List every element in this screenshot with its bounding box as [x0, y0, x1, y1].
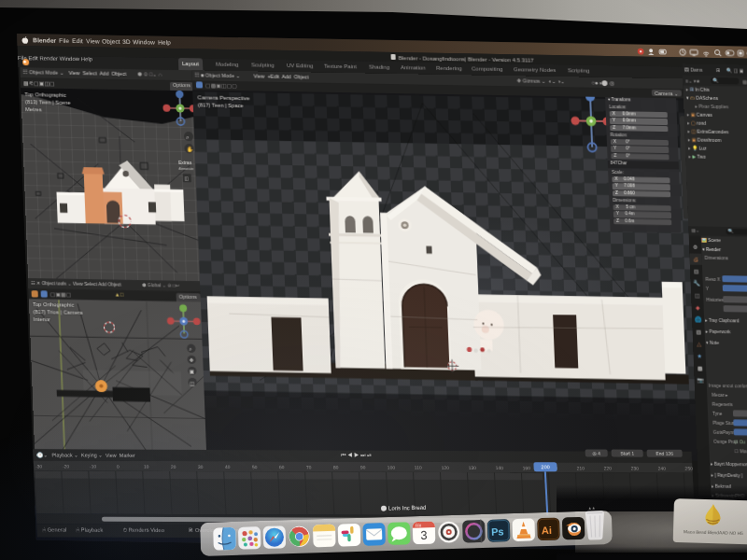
svg-text:Ai: Ai: [542, 525, 552, 536]
svg-text:FRI: FRI: [416, 523, 422, 527]
svg-text:▲▲: ▲▲: [588, 505, 596, 510]
svg-text:⌕: ⌕: [186, 133, 190, 140]
svg-text:✋: ✋: [186, 146, 193, 153]
svg-text:3: 3: [420, 528, 428, 542]
svg-text:◫: ◫: [190, 380, 194, 385]
svg-text:⌕: ⌕: [189, 346, 192, 352]
svg-text:▣: ▣: [190, 369, 194, 374]
svg-text:◫: ◫: [184, 175, 189, 181]
svg-text:✥: ✥: [190, 357, 194, 363]
svg-text:Extras: Extras: [178, 160, 192, 165]
svg-text:Ps: Ps: [491, 525, 504, 537]
svg-text:Annotate: Annotate: [178, 166, 194, 171]
